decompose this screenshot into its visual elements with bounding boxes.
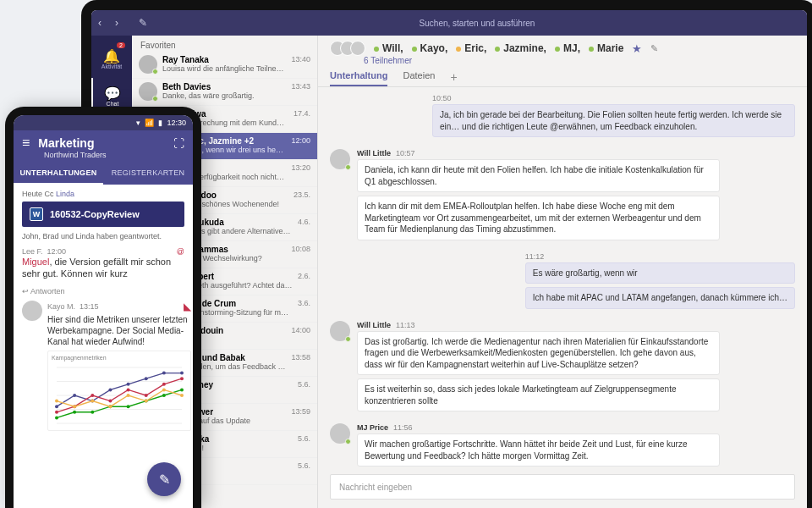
participant[interactable]: Marie <box>589 42 623 54</box>
svg-point-33 <box>127 394 130 397</box>
clock: 12:30 <box>167 119 186 127</box>
phone-message: Lee F. 12:00 @ Miguel, die Version gefäl… <box>22 247 184 280</box>
message-bubble: Es ist weiterhin so, dass sich jedes lok… <box>357 378 720 411</box>
svg-point-15 <box>91 394 94 397</box>
chart-plot <box>52 362 187 428</box>
chat-time: 5.6. <box>298 380 310 400</box>
message: Will Little11:13 Das ist großartig. Ich … <box>330 321 795 416</box>
svg-point-34 <box>145 399 148 402</box>
avatar[interactable] <box>330 149 350 169</box>
chat-time: 10:08 <box>291 245 310 264</box>
expand-icon[interactable]: ⛶ <box>173 137 184 150</box>
participant[interactable]: Eric, <box>456 42 486 54</box>
svg-point-17 <box>127 388 130 391</box>
svg-point-12 <box>180 371 184 374</box>
svg-point-32 <box>108 405 112 408</box>
message-bubble: Daniela, ich kann dir heute mit den Foli… <box>357 159 720 192</box>
compose-fab[interactable]: ✎ <box>147 462 181 496</box>
search-input[interactable]: Suchen, starten und ausführen <box>147 19 807 28</box>
tab-files[interactable]: Dateien <box>403 70 435 86</box>
rail-label: Chat <box>107 101 119 107</box>
chat-preview: Danke, das wäre großartig. <box>162 91 286 100</box>
svg-point-19 <box>162 382 166 385</box>
compose-input[interactable]: Nachricht eingeben <box>330 474 795 500</box>
mention[interactable]: Miguel <box>22 257 49 267</box>
svg-point-35 <box>162 388 166 391</box>
file-attachment[interactable]: W 160532-CopyReview <box>22 202 184 227</box>
chat-name: Beth Davies <box>162 82 286 91</box>
svg-point-20 <box>180 377 184 380</box>
chat-item[interactable]: Beth DaviesDanke, das wäre großartig. 13… <box>132 79 317 106</box>
svg-point-11 <box>162 371 166 374</box>
svg-point-23 <box>91 410 94 413</box>
message-time: 10:50 <box>432 94 795 102</box>
svg-point-13 <box>55 410 58 413</box>
chat-time: 13:43 <box>291 82 310 102</box>
message: Will Little10:57 Daniela, ich kann dir h… <box>330 149 795 244</box>
cc-link[interactable]: Linda <box>56 190 74 198</box>
chat-time: 12:00 <box>291 136 310 156</box>
chat-time: 5.6. <box>298 461 310 481</box>
tab-conversations[interactable]: UNTERHALTUNGEN <box>14 163 103 185</box>
chat-time: 4.6. <box>298 218 310 237</box>
rail-item-aktivität[interactable]: 🔔Aktivität2 <box>91 41 132 78</box>
message-bubble: Ich habe mit APAC und LATAM angefangen, … <box>525 287 795 309</box>
edit-icon[interactable]: ✎ <box>650 43 658 54</box>
mention-icon: @ <box>177 247 184 256</box>
tab-registers[interactable]: REGISTERKARTEN <box>103 163 193 185</box>
conversation-pane: Will,Kayo,Eric,Jazmine,MJ,Marie★✎ 6 Teil… <box>318 36 807 508</box>
phone-appbar: ≡ Marketing ⛶ Northwind Traders <box>14 130 193 163</box>
avatar <box>139 82 157 101</box>
message-bubble: Ja, ich bin gerade bei der Bearbeitung. … <box>432 104 795 137</box>
rail-icon: 💬 <box>104 87 121 101</box>
phone-tabs: UNTERHALTUNGEN REGISTERKARTEN <box>14 163 193 185</box>
compose-icon[interactable]: ✎ <box>139 17 147 29</box>
avatar[interactable] <box>330 321 350 341</box>
svg-point-18 <box>145 394 148 397</box>
avatar[interactable] <box>330 423 350 444</box>
message-bubble: Ich kann dir mit dem EMEA-Rolloutplan he… <box>357 196 720 240</box>
participant[interactable]: Jazmine, <box>495 42 546 54</box>
reply-link[interactable]: ↩ Antworten <box>22 287 184 295</box>
chart-title: Kampagnenmetriken <box>52 355 187 361</box>
participant[interactable]: Kayo, <box>412 42 448 54</box>
phone-frame: ▾ 📶 ▮ 12:30 ≡ Marketing ⛶ Northwind Trad… <box>5 107 201 508</box>
avatar[interactable] <box>22 301 42 321</box>
svg-point-27 <box>162 394 166 397</box>
svg-point-25 <box>127 405 130 408</box>
avatar <box>139 55 157 74</box>
tab-add-icon[interactable]: + <box>450 70 457 86</box>
favorite-icon[interactable]: ★ <box>632 42 642 55</box>
tab-conversation[interactable]: Unterhaltung <box>330 70 387 86</box>
participant[interactable]: Will, <box>374 42 403 54</box>
svg-point-31 <box>91 399 94 402</box>
chat-time: 17.4. <box>294 109 310 129</box>
conversation-tabs: Unterhaltung Dateien + <box>318 65 807 87</box>
message-bubble: Wir machen großartige Fortschritte. Wann… <box>357 433 720 467</box>
phone-body: Heute Cc Linda W 160532-CopyReview John,… <box>14 185 193 500</box>
nav-back-icon[interactable]: ‹ <box>91 17 108 29</box>
svg-point-9 <box>127 382 130 385</box>
chart-card[interactable]: Kampagnenmetriken <box>47 351 191 431</box>
file-name: 160532-CopyReview <box>50 209 140 219</box>
wifi-icon: ▾ <box>136 119 140 127</box>
svg-point-29 <box>55 399 58 402</box>
chat-item[interactable]: Ray TanakaLouisa wird die anfängliche Te… <box>132 52 317 79</box>
participant-count[interactable]: 6 Teilnehmer <box>330 56 795 65</box>
bookmark-icon[interactable]: ◣ <box>184 301 191 312</box>
svg-point-5 <box>55 405 58 408</box>
chat-time: 23.5. <box>294 190 310 210</box>
svg-point-22 <box>73 410 76 413</box>
chat-time: 5.6. <box>298 434 310 454</box>
own-message: 11:12 Es wäre großartig, wenn wir Ich ha… <box>330 252 795 312</box>
phone-message: Kayo M. 13:15 ◣ Hier sind die Metriken u… <box>22 301 184 431</box>
nav-fwd-icon[interactable]: › <box>108 17 125 29</box>
svg-point-10 <box>145 377 148 380</box>
chat-preview: Louisa wird die anfängliche Teilnehmerli… <box>162 64 286 73</box>
participant[interactable]: MJ, <box>555 42 580 54</box>
hamburger-icon[interactable]: ≡ <box>22 135 30 151</box>
chat-time: 14:00 <box>291 326 310 345</box>
chat-time: 13:59 <box>291 407 310 427</box>
chat-name: Ray Tanaka <box>162 55 286 64</box>
phone-statusbar: ▾ 📶 ▮ 12:30 <box>14 115 193 130</box>
